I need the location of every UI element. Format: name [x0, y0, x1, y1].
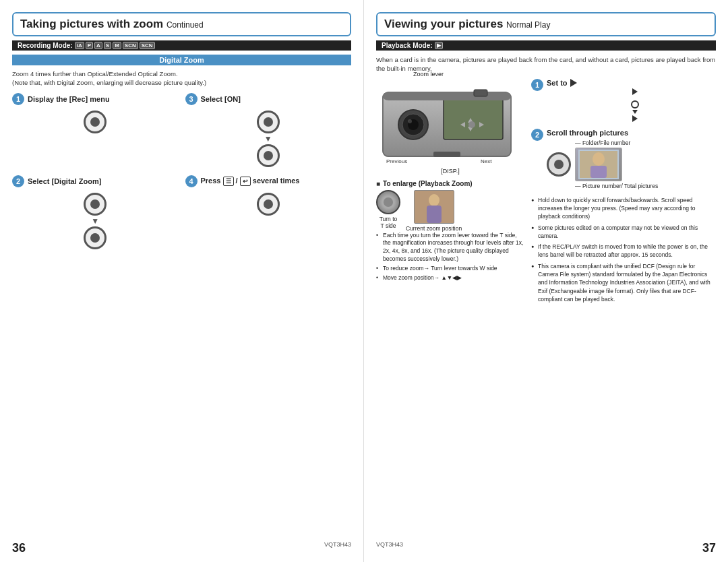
- playback-mode-icon: ▶: [435, 42, 443, 49]
- step-1-number: 1: [12, 93, 24, 105]
- svg-rect-19: [427, 206, 442, 223]
- right-col: 1 Set to 2: [531, 79, 716, 307]
- select-on-icon: [257, 111, 280, 133]
- step-1: 1 Display the [Rec] menu: [12, 93, 179, 170]
- view-step-1: 1 Set to: [531, 79, 716, 122]
- svg-point-22: [593, 152, 605, 166]
- left-vqt-code: VQT3H43: [324, 541, 351, 555]
- mode-icons: iA P A S M SCN SCN: [75, 42, 155, 49]
- step-2-number: 2: [12, 175, 24, 187]
- recording-mode-bar: Recording Mode: iA P A S M SCN SCN: [12, 40, 351, 51]
- folder-file-img: [575, 148, 622, 181]
- step-4: 4 Press ☰ / ↩ several times: [185, 175, 352, 252]
- view-step-2-content: Scroll through pictures — Folder/File nu…: [547, 129, 716, 189]
- view-step-2-number: 2: [531, 129, 543, 141]
- step-2-header: 2 Select [Digital Zoom]: [12, 175, 179, 187]
- left-title-box: Taking pictures with zoom Continued: [12, 12, 351, 36]
- bullet-note-1: Each time you turn the zoom lever toward…: [376, 232, 524, 264]
- right-page-number: 37: [702, 541, 716, 555]
- left-col: Zoom lever: [376, 79, 524, 307]
- step-2-title: Select [Digital Zoom]: [28, 177, 101, 185]
- step-3-number: 3: [185, 93, 198, 105]
- folder-file-label: — Folder/File number: [575, 139, 658, 146]
- svg-rect-7: [383, 92, 511, 100]
- turn-to-t-label: Turn toT side: [380, 216, 398, 229]
- left-page-number: 36: [12, 541, 26, 555]
- press-button-icon: [257, 193, 280, 216]
- bullet-note-2: To reduce zoom→ Turn lever towards W sid…: [376, 265, 524, 273]
- right-footer: VQT3H43 37: [364, 541, 728, 555]
- small-circle-icon: [631, 100, 639, 108]
- picture-number-label: — Picture number/ Total pictures: [575, 183, 658, 189]
- arrow-down-icon-2: ▼: [91, 217, 99, 225]
- view-step-1-title: Set to: [547, 79, 716, 87]
- digital-zoom-icon-2: [84, 226, 107, 249]
- rec-menu-button-icon: [84, 111, 107, 133]
- left-page-title: Taking pictures with zoom Continued: [20, 18, 343, 31]
- set-to-icons: [553, 88, 716, 122]
- normalplay-label: Normal Play: [506, 20, 550, 30]
- select-on-icon-2: [257, 144, 280, 167]
- step-2-icon: ▼: [12, 190, 179, 252]
- digital-zoom-bar: Digital Zoom: [12, 55, 351, 65]
- small-play-icon: [632, 88, 638, 95]
- enlarge-bullet-notes: Each time you turn the zoom lever toward…: [376, 232, 524, 282]
- svg-rect-23: [590, 166, 607, 178]
- right-notes: Hold down to quickly scroll forwards/bac…: [531, 196, 716, 304]
- svg-text:Previous: Previous: [386, 158, 407, 164]
- step-3-icon: ▼: [185, 108, 352, 170]
- viewing-layout: Zoom lever: [376, 79, 716, 307]
- small-play-icon-2: [632, 115, 638, 122]
- digital-zoom-icon: [84, 193, 107, 216]
- svg-text:Next: Next: [481, 158, 492, 164]
- svg-rect-6: [444, 98, 503, 139]
- view-step-2-title: Scroll through pictures: [547, 129, 716, 137]
- step-1-header: 1 Display the [Rec] menu: [12, 93, 179, 105]
- step-4-icon: [185, 190, 352, 218]
- zoom-photo: [414, 190, 454, 224]
- step-4-title: Press ☰ / ↩ several times: [201, 177, 300, 186]
- step-4-number: 4: [185, 175, 198, 187]
- right-note-1: Hold down to quickly scroll forwards/bac…: [531, 196, 716, 221]
- right-title-box: Viewing your pictures Normal Play: [376, 12, 716, 36]
- step-4-header: 4 Press ☰ / ↩ several times: [185, 175, 352, 187]
- svg-rect-8: [474, 90, 487, 96]
- right-page: Viewing your pictures Normal Play Playba…: [364, 0, 728, 562]
- camera-section: Zoom lever: [376, 79, 524, 175]
- bullet-note-3: Move zoom position→ ▲▼◀▶: [376, 274, 524, 282]
- enlarge-content: Turn toT side Current zoom po: [376, 190, 524, 232]
- play-icon: [570, 79, 577, 87]
- camera-image: Previous Next: [376, 79, 518, 166]
- svg-rect-9: [433, 152, 460, 157]
- nav-circle-icon: [547, 152, 571, 177]
- right-page-title: Viewing your pictures Normal Play: [384, 18, 708, 31]
- view-step-2: 2 Scroll through pictures — Folder/File …: [531, 129, 716, 189]
- right-note-2: Some pictures edited on a computer may n…: [531, 224, 716, 241]
- step-1-title: Display the [Rec] menu: [28, 95, 110, 103]
- svg-point-5: [408, 119, 412, 123]
- view-step-1-content: Set to: [547, 79, 716, 122]
- step-3-header: 3 Select [ON]: [185, 93, 352, 105]
- continued-label: Continued: [166, 20, 204, 30]
- playback-mode-bar: Playback Mode: ▶: [376, 40, 716, 51]
- svg-point-14: [468, 121, 475, 128]
- right-vqt-code: VQT3H43: [376, 541, 403, 555]
- svg-point-18: [429, 194, 439, 206]
- arrow-down-icon: ▼: [264, 135, 272, 143]
- disp-label: [DISP.]: [376, 168, 524, 175]
- small-down-arrow-icon: [632, 110, 638, 114]
- zoom-dial-icon: [376, 190, 400, 214]
- current-zoom-label: Current zoom position: [406, 225, 462, 232]
- step-3: 3 Select [ON] ▼: [185, 93, 352, 170]
- step-2: 2 Select [Digital Zoom] ▼: [12, 175, 179, 252]
- zoom-lever-label: Zoom lever: [413, 71, 444, 77]
- right-note-3: If the REC/PLAY switch is moved from to …: [531, 243, 716, 259]
- zoom-note: Zoom 4 times further than Optical/Extend…: [12, 69, 351, 88]
- left-page: Taking pictures with zoom Continued Reco…: [0, 0, 364, 562]
- scroll-icon-row: — Folder/File number: [547, 139, 716, 189]
- view-step-1-number: 1: [531, 79, 543, 91]
- enlarge-section: ■ To enlarge (Playback Zoom) Turn toT si…: [376, 180, 524, 282]
- steps-grid: 1 Display the [Rec] menu 3 Select [ON]: [12, 93, 351, 252]
- right-note-4: This camera is compliant with the unifie…: [531, 262, 716, 304]
- step-3-title: Select [ON]: [201, 95, 241, 103]
